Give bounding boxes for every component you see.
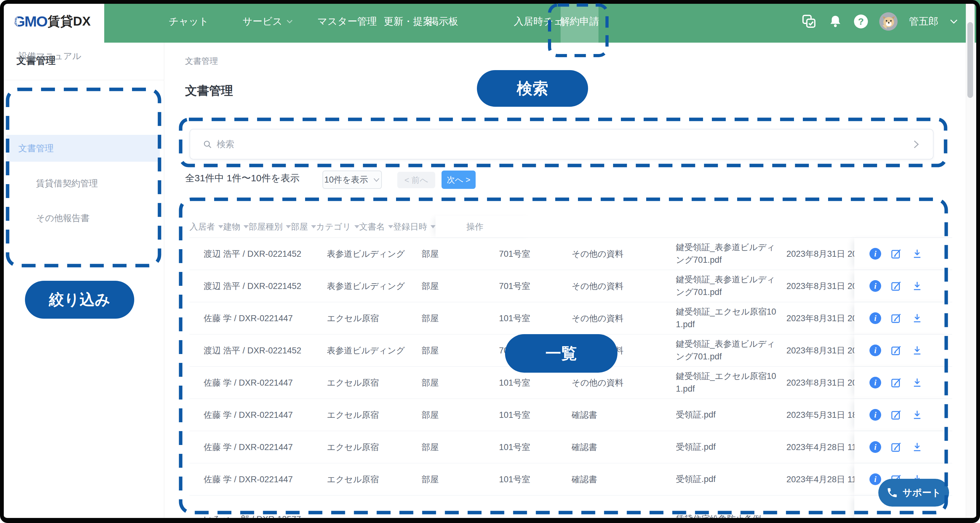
breadcrumb[interactable]: 文書管理 xyxy=(185,56,218,67)
edit-icon[interactable] xyxy=(891,248,902,260)
search-input[interactable]: 検索 xyxy=(189,129,934,159)
bell-icon[interactable] xyxy=(828,14,843,29)
column-header[interactable]: 部屋 xyxy=(291,221,316,232)
edit-icon[interactable] xyxy=(891,377,902,388)
edit-icon[interactable] xyxy=(891,280,902,292)
page-size-select[interactable]: 10件を表示 xyxy=(323,170,382,189)
download-icon[interactable] xyxy=(912,280,923,292)
sidebar-item[interactable]: その他報告書 xyxy=(6,205,160,232)
annotation-badge-list: 一覧 xyxy=(505,334,617,373)
nav-menu-item[interactable]: 更新・提案 xyxy=(384,0,433,43)
prev-page-button[interactable]: < 前へ xyxy=(397,172,435,188)
download-icon[interactable] xyxy=(912,409,923,421)
table-row[interactable]: いろべ 一郎 / DXR-12577 賃貸住宅紛争防止条例 xyxy=(189,496,952,523)
download-icon[interactable] xyxy=(912,442,923,453)
tenant-cell: 佐藤 学 / DXR-0221447 xyxy=(189,377,325,388)
tenant-cell: 佐藤 学 / DXR-0221447 xyxy=(189,474,325,485)
search-submit-chevron-icon[interactable] xyxy=(912,139,920,150)
sidebar-item-label: 賃貸借契約管理 xyxy=(36,178,98,189)
info-icon[interactable] xyxy=(869,280,881,292)
next-page-button[interactable]: 次へ > xyxy=(442,170,476,189)
download-icon[interactable] xyxy=(912,313,923,324)
registered-date-cell: 2023年8月31日 20 xyxy=(785,248,854,260)
room-type-cell: 部屋 xyxy=(420,442,498,453)
document-name-cell: 鍵受領証_表参道ビルディング701.pdf xyxy=(674,273,785,298)
edit-icon[interactable] xyxy=(891,409,902,421)
support-button[interactable]: サポート xyxy=(878,479,949,507)
room-cell: 101号室 xyxy=(498,313,570,324)
document-name-cell: 受領証.pdf xyxy=(674,409,785,421)
room-type-cell: 部屋 xyxy=(420,248,498,260)
edit-icon[interactable] xyxy=(891,313,902,324)
column-header[interactable]: カテゴリ xyxy=(316,221,360,232)
download-icon[interactable] xyxy=(912,345,923,356)
room-type-cell: 部屋 xyxy=(420,280,498,292)
table-row[interactable]: 佐藤 学 / DXR-0221447 エクセル原宿 部屋 101号室 その他の資… xyxy=(189,302,952,334)
info-icon[interactable] xyxy=(869,409,881,421)
sidebar-item-label: 文書管理 xyxy=(18,142,54,154)
building-cell: 表参道ビルディング xyxy=(325,280,420,292)
building-cell: エクセル原宿 xyxy=(325,442,420,453)
nav-menu-item[interactable]: 解約申請 xyxy=(561,0,598,43)
registered-date-cell: 2023年5月31日 18 xyxy=(785,409,854,421)
room-type-cell: 部屋 xyxy=(420,474,498,485)
building-cell: エクセル原宿 xyxy=(325,474,420,485)
column-header[interactable]: 建物 xyxy=(223,221,248,232)
nav-menu-item[interactable]: マスター管理 xyxy=(317,0,377,43)
user-name[interactable]: 管五郎 xyxy=(909,15,938,28)
phone-icon xyxy=(886,487,898,499)
vertical-scrollbar[interactable] xyxy=(966,4,975,518)
table-row[interactable]: 渡辺 浩平 / DXR-0221452 表参道ビルディング 部屋 701号室 そ… xyxy=(189,270,952,302)
sort-caret-icon xyxy=(286,225,291,228)
edit-icon[interactable] xyxy=(891,345,902,356)
info-icon[interactable] xyxy=(869,248,881,260)
tasks-icon[interactable] xyxy=(802,14,817,29)
user-menu-chevron-icon[interactable] xyxy=(950,19,958,24)
room-type-cell: 部屋 xyxy=(420,377,498,388)
select-caret-icon xyxy=(373,178,380,182)
column-header-label: 登録日時 xyxy=(393,221,427,232)
document-name-cell: 受領証.pdf xyxy=(674,473,785,485)
avatar[interactable] xyxy=(879,12,897,31)
nav-menu-item[interactable]: チャット xyxy=(169,0,209,43)
sidebar-item[interactable]: 設備マニュアル xyxy=(6,43,160,70)
tenant-cell: いろべ 一郎 / DXR-12577 xyxy=(189,513,325,523)
tenant-cell: 佐藤 学 / DXR-0221447 xyxy=(189,409,325,421)
info-icon[interactable] xyxy=(869,312,881,324)
column-header[interactable]: 入居者 xyxy=(189,221,223,232)
help-icon[interactable]: ? xyxy=(854,14,868,29)
annotation-badge-search: 検索 xyxy=(477,70,588,107)
edit-icon[interactable] xyxy=(891,442,902,453)
table-row[interactable]: 佐藤 学 / DXR-0221447 エクセル原宿 部屋 101号室 確認書 受… xyxy=(189,463,952,496)
info-icon[interactable] xyxy=(869,441,881,453)
column-header[interactable]: 登録日時 xyxy=(393,221,436,232)
app-window: GMO 賃貸DX チャット サービス マスター管理 xyxy=(0,0,980,523)
download-icon[interactable] xyxy=(912,248,923,260)
download-icon[interactable] xyxy=(912,377,923,388)
category-cell: 確認書 xyxy=(570,474,674,485)
row-actions xyxy=(854,302,952,334)
tenant-cell: 佐藤 学 / DXR-0221447 xyxy=(189,442,325,453)
room-cell: 101号室 xyxy=(498,474,570,485)
info-icon[interactable] xyxy=(869,345,881,356)
sidebar-item[interactable]: 賃貸借契約管理 xyxy=(6,170,160,197)
building-cell: エクセル原宿 xyxy=(325,377,420,388)
table-row[interactable]: 佐藤 学 / DXR-0221447 エクセル原宿 部屋 101号室 確認書 受… xyxy=(189,431,952,463)
column-header[interactable]: 文書名 xyxy=(360,221,393,232)
column-header[interactable]: 部屋種別 xyxy=(248,221,291,232)
info-icon[interactable] xyxy=(869,474,881,485)
sidebar-divider xyxy=(0,80,164,80)
annotation-badge-filter: 絞り込み xyxy=(25,281,134,319)
table-row[interactable]: 渡辺 浩平 / DXR-0221452 表参道ビルディング 部屋 701号室 そ… xyxy=(189,238,952,270)
nav-item-label: 掲示板 xyxy=(429,15,458,28)
sidebar-item[interactable]: 文書管理 xyxy=(6,135,160,162)
nav-menu-item[interactable]: 文書 xyxy=(0,0,19,43)
room-cell: 101号室 xyxy=(498,442,570,453)
nav-menu-item[interactable]: 掲示板 xyxy=(429,0,458,43)
tenant-cell: 渡辺 浩平 / DXR-0221452 xyxy=(189,345,325,356)
sidebar-item-label: 設備マニュアル xyxy=(18,50,81,62)
scrollbar-thumb[interactable] xyxy=(967,22,973,98)
table-row[interactable]: 佐藤 学 / DXR-0221447 エクセル原宿 部屋 101号室 確認書 受… xyxy=(189,399,952,431)
info-icon[interactable] xyxy=(869,377,881,388)
nav-menu-item[interactable]: サービス xyxy=(243,0,293,43)
